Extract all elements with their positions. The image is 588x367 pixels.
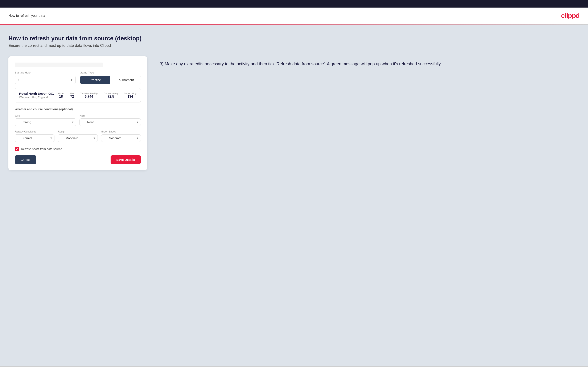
conditions-section-title: Weather and course conditions (optional) xyxy=(15,108,141,111)
stat-slope-rating: Slope rating 134 xyxy=(124,92,137,99)
wind-select-wrapper: 💨 Strong ▼ xyxy=(15,118,76,126)
green-speed-select-wrapper: 🏌️ Moderate ▼ xyxy=(101,134,141,142)
holes-value: 18 xyxy=(59,95,63,98)
refresh-checkbox[interactable]: ✓ xyxy=(15,147,19,151)
course-stats: Holes 18 Par 72 Yards/White (M)) 6,744 C… xyxy=(58,92,137,99)
slope-rating-value: 134 xyxy=(127,95,133,98)
yards-label: Yards/White (M)) xyxy=(80,92,97,95)
page-title: How to refresh your data from source (de… xyxy=(9,35,579,42)
par-label: Par xyxy=(70,92,74,95)
page-breadcrumb: How to refresh your data xyxy=(9,14,45,18)
wind-group: Wind 💨 Strong ▼ xyxy=(15,114,76,126)
course-info-box: Royal North Devon GC, Westward Ho!, Engl… xyxy=(15,88,141,102)
rough-group: Rough 🌿 Moderate ▼ xyxy=(58,130,97,142)
stat-holes: Holes 18 xyxy=(58,92,64,99)
game-type-label: Game Type xyxy=(80,71,141,74)
slope-rating-label: Slope rating xyxy=(124,92,137,95)
course-rating-value: 72.5 xyxy=(108,95,114,98)
yards-value: 6,744 xyxy=(85,95,93,98)
page-subheading: Ensure the correct and most up to date d… xyxy=(9,43,579,48)
wind-select[interactable]: Strong xyxy=(15,118,76,126)
starting-hole-select[interactable]: 1 xyxy=(15,76,76,84)
fairway-select[interactable]: Normal xyxy=(15,134,54,142)
wind-label: Wind xyxy=(15,114,76,117)
green-speed-group: Green Speed 🏌️ Moderate ▼ xyxy=(101,130,141,142)
form-card: Starting Hole 1 ▼ Game Type Practice Tou… xyxy=(9,56,147,170)
form-row-top: Starting Hole 1 ▼ Game Type Practice Tou… xyxy=(15,71,141,84)
fairway-group: Fairway Conditions ⛳ Normal ▼ xyxy=(15,130,54,142)
rough-label: Rough xyxy=(58,130,97,133)
side-instructions: 3) Make any extra edits necessary to the… xyxy=(160,56,579,67)
course-name-block: Royal North Devon GC, Westward Ho!, Engl… xyxy=(19,92,54,99)
rain-select-wrapper: ☀️ None ▼ xyxy=(79,118,141,126)
fairway-label: Fairway Conditions xyxy=(15,130,54,133)
form-actions: Cancel Save Details xyxy=(15,155,141,164)
game-type-toggle: Practice Tournament xyxy=(80,76,141,84)
starting-hole-group: Starting Hole 1 ▼ xyxy=(15,71,76,84)
holes-label: Holes xyxy=(58,92,64,95)
save-button[interactable]: Save Details xyxy=(111,155,141,164)
course-location: Westward Ho!, England xyxy=(19,96,54,99)
green-speed-label: Green Speed xyxy=(101,130,141,133)
conditions-grid-row1: Wind 💨 Strong ▼ Rain ☀️ None xyxy=(15,114,141,126)
tournament-button[interactable]: Tournament xyxy=(110,76,141,84)
conditions-grid-row2: Fairway Conditions ⛳ Normal ▼ Rough 🌿 xyxy=(15,130,141,142)
green-speed-select[interactable]: Moderate xyxy=(101,134,141,142)
stat-par: Par 72 xyxy=(70,92,74,99)
refresh-checkbox-row: ✓ Refresh shots from data source xyxy=(15,147,141,151)
fairway-select-wrapper: ⛳ Normal ▼ xyxy=(15,134,54,142)
stat-course-rating: Course rating 72.5 xyxy=(104,92,118,99)
starting-hole-label: Starting Hole xyxy=(15,71,76,74)
content-area: Starting Hole 1 ▼ Game Type Practice Tou… xyxy=(9,56,579,170)
rain-group: Rain ☀️ None ▼ xyxy=(79,114,141,126)
par-value: 72 xyxy=(70,95,74,98)
game-type-group: Game Type Practice Tournament xyxy=(80,71,141,84)
side-instructions-text: 3) Make any extra edits necessary to the… xyxy=(160,60,579,67)
stat-yards: Yards/White (M)) 6,744 xyxy=(80,92,97,99)
rain-label: Rain xyxy=(79,114,141,117)
rough-select[interactable]: Moderate xyxy=(58,134,97,142)
main-content: How to refresh your data from source (de… xyxy=(0,25,588,366)
practice-button[interactable]: Practice xyxy=(80,76,110,84)
card-top-hint-bar xyxy=(15,63,103,67)
clippd-logo: clippd xyxy=(561,12,579,19)
course-rating-label: Course rating xyxy=(104,92,118,95)
cancel-button[interactable]: Cancel xyxy=(15,155,36,164)
course-name: Royal North Devon GC, xyxy=(19,92,54,95)
checkmark-icon: ✓ xyxy=(16,148,18,151)
refresh-checkbox-label: Refresh shots from data source xyxy=(21,147,62,151)
rain-select[interactable]: None xyxy=(79,118,141,126)
starting-hole-select-wrapper: 1 ▼ xyxy=(15,76,76,84)
rough-select-wrapper: 🌿 Moderate ▼ xyxy=(58,134,97,142)
